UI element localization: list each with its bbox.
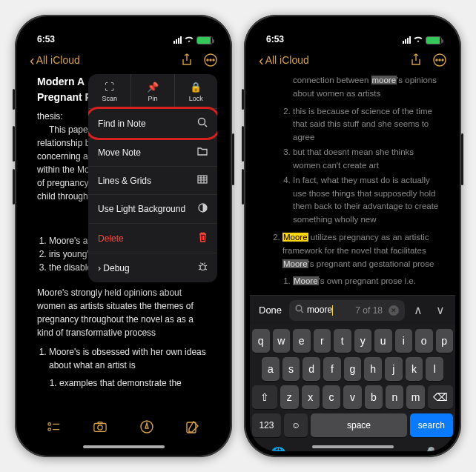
- search-icon: [197, 117, 208, 130]
- svg-point-11: [98, 425, 102, 430]
- sheet-light-bg[interactable]: Use Light Background: [88, 195, 217, 224]
- key-backspace[interactable]: ⌫: [428, 385, 453, 409]
- svg-point-1: [207, 59, 208, 61]
- svg-point-17: [442, 59, 443, 61]
- nav-bar: ‹ All iCloud: [250, 46, 455, 74]
- back-button[interactable]: ‹ All iCloud: [259, 54, 309, 66]
- key-q[interactable]: q: [252, 329, 270, 353]
- find-bar: Done moore 7 of 18 ✕ ∧ ∨: [250, 295, 455, 325]
- globe-icon[interactable]: 🌐: [270, 446, 286, 451]
- clear-icon[interactable]: ✕: [389, 305, 399, 316]
- sheet-debug[interactable]: › Debug: [88, 253, 217, 282]
- key-emoji[interactable]: ☺: [284, 413, 308, 437]
- status-time: 6:53: [37, 34, 55, 44]
- sheet-scan[interactable]: ⛶ Scan: [88, 74, 131, 108]
- kbd-row-3: ⇧ z x c v b n m ⌫: [252, 385, 453, 409]
- key-f[interactable]: f: [323, 357, 341, 381]
- key-x[interactable]: x: [302, 385, 320, 409]
- contrast-icon: [198, 203, 208, 215]
- key-search[interactable]: search: [410, 413, 453, 437]
- key-a[interactable]: a: [262, 357, 280, 381]
- share-icon[interactable]: [180, 53, 194, 67]
- notch: [305, 21, 401, 37]
- mic-icon[interactable]: 🎤: [419, 446, 435, 451]
- key-b[interactable]: b: [365, 385, 383, 409]
- key-r[interactable]: r: [314, 329, 331, 353]
- home-indicator: [312, 445, 394, 448]
- bottom-toolbar: [21, 411, 226, 442]
- key-v[interactable]: v: [343, 385, 361, 409]
- sheet-move-note[interactable]: Move Note: [88, 139, 217, 167]
- sheet-lock[interactable]: 🔒 Lock: [175, 74, 217, 108]
- key-shift[interactable]: ⇧: [252, 385, 277, 409]
- pin-icon: 📌: [131, 82, 173, 93]
- key-l[interactable]: l: [426, 357, 443, 381]
- kbd-row-1: q w e r t y u i o p: [252, 329, 453, 353]
- prev-match[interactable]: ∧: [409, 303, 427, 317]
- key-u[interactable]: u: [374, 329, 392, 353]
- key-d[interactable]: d: [303, 357, 320, 381]
- checklist-icon[interactable]: [47, 420, 61, 433]
- camera-icon[interactable]: [93, 420, 107, 433]
- search-input[interactable]: moore 7 of 18 ✕: [289, 300, 405, 321]
- wifi-icon: [184, 36, 194, 44]
- key-n[interactable]: n: [386, 385, 403, 409]
- key-j[interactable]: j: [385, 357, 403, 381]
- compose-icon[interactable]: [186, 420, 199, 433]
- action-sheet: ⛶ Scan 📌 Pin 🔒 Lock Find in Note: [88, 74, 217, 282]
- key-m[interactable]: m: [406, 385, 424, 409]
- key-k[interactable]: k: [406, 357, 423, 381]
- key-c[interactable]: c: [323, 385, 340, 409]
- svg-point-18: [296, 305, 302, 311]
- nav-bar: ‹ All iCloud: [21, 46, 226, 74]
- phone-right: 6:53 ‹ All iCloud: [244, 15, 461, 457]
- signal-icon: [403, 36, 411, 44]
- key-y[interactable]: y: [354, 329, 372, 353]
- search-icon: [295, 305, 304, 316]
- sheet-pin[interactable]: 📌 Pin: [131, 74, 174, 108]
- key-g[interactable]: g: [344, 357, 362, 381]
- key-space[interactable]: space: [311, 413, 407, 437]
- sheet-find-in-note[interactable]: Find in Note: [88, 109, 217, 139]
- key-e[interactable]: e: [293, 329, 311, 353]
- wifi-icon: [413, 36, 423, 44]
- back-button[interactable]: ‹ All iCloud: [30, 54, 80, 66]
- key-z[interactable]: z: [280, 385, 298, 409]
- key-h[interactable]: h: [364, 357, 382, 381]
- sheet-lines-grids[interactable]: Lines & Grids: [88, 167, 217, 195]
- svg-point-3: [213, 59, 214, 61]
- key-t[interactable]: t: [334, 329, 351, 353]
- svg-rect-5: [198, 176, 207, 183]
- more-icon[interactable]: [204, 53, 217, 67]
- key-s[interactable]: s: [282, 357, 300, 381]
- grid-icon: [197, 175, 208, 186]
- done-button[interactable]: Done: [256, 305, 285, 316]
- svg-point-8: [48, 423, 51, 426]
- bug-icon: [198, 262, 208, 274]
- more-icon[interactable]: [433, 53, 446, 67]
- battery-icon: [426, 36, 442, 44]
- battery-icon: [196, 36, 213, 44]
- match-counter: 7 of 18: [355, 305, 383, 316]
- folder-icon: [197, 147, 208, 158]
- home-indicator: [83, 445, 165, 448]
- next-match[interactable]: ∨: [432, 303, 449, 317]
- svg-point-7: [200, 265, 205, 270]
- phone-left: 6:53 ‹ All iCloud: [15, 15, 232, 457]
- scan-icon: ⛶: [88, 82, 130, 93]
- key-p[interactable]: p: [436, 329, 454, 353]
- trash-icon: [198, 232, 208, 245]
- key-123[interactable]: 123: [252, 413, 281, 437]
- svg-point-16: [439, 59, 440, 61]
- lock-icon: 🔒: [175, 82, 217, 93]
- svg-rect-13: [187, 422, 196, 433]
- keyboard: q w e r t y u i o p a s d f g h j k l: [250, 325, 455, 451]
- key-o[interactable]: o: [415, 329, 433, 353]
- markup-icon[interactable]: [140, 420, 153, 433]
- key-w[interactable]: w: [273, 329, 291, 353]
- kbd-row-2: a s d f g h j k l: [252, 357, 453, 381]
- search-query: moore: [307, 305, 333, 316]
- sheet-delete[interactable]: Delete: [88, 224, 217, 253]
- key-i[interactable]: i: [395, 329, 413, 353]
- share-icon[interactable]: [409, 53, 423, 67]
